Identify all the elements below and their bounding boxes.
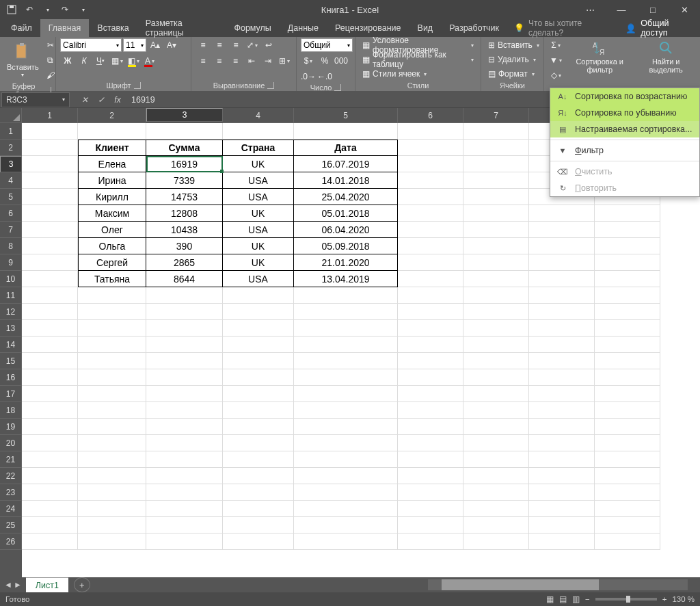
cell[interactable]: [294, 353, 398, 369]
cell[interactable]: [529, 533, 595, 550]
cell[interactable]: [146, 468, 223, 484]
cell[interactable]: [398, 337, 463, 353]
row-header[interactable]: 2: [0, 140, 22, 156]
cell[interactable]: [78, 337, 146, 353]
clear-icon[interactable]: ◇: [548, 68, 563, 82]
cell[interactable]: [22, 501, 78, 517]
cell[interactable]: [223, 435, 294, 451]
cell[interactable]: [78, 419, 146, 435]
cell[interactable]: [463, 386, 529, 402]
cell[interactable]: [529, 337, 595, 353]
cell[interactable]: [463, 517, 529, 533]
wrap-text-icon[interactable]: ↩: [261, 38, 276, 52]
cell[interactable]: [595, 386, 660, 402]
row-header[interactable]: 4: [0, 172, 22, 189]
row-header[interactable]: 10: [0, 271, 22, 287]
cell[interactable]: [595, 353, 660, 369]
cell[interactable]: [529, 353, 595, 369]
cell[interactable]: [146, 419, 223, 435]
format-cells-button[interactable]: ▤ Формат: [485, 67, 539, 81]
view-normal-icon[interactable]: ▦: [546, 594, 554, 604]
menu-filter[interactable]: ▼Фильтр: [550, 142, 699, 159]
cell[interactable]: [294, 451, 398, 468]
cell[interactable]: [463, 533, 529, 550]
cell[interactable]: [595, 451, 660, 468]
cell[interactable]: [223, 484, 294, 501]
row-header[interactable]: 15: [0, 353, 22, 369]
close-button[interactable]: ✕: [669, 0, 700, 19]
tab-data[interactable]: Данные: [280, 19, 327, 37]
cell[interactable]: [595, 222, 660, 238]
cell[interactable]: [529, 402, 595, 419]
row-header[interactable]: 17: [0, 386, 22, 402]
cell[interactable]: [22, 271, 78, 287]
menu-custom-sort[interactable]: ▤Настраиваемая сортировка...: [550, 121, 699, 137]
cell[interactable]: [595, 419, 660, 435]
cell[interactable]: [22, 123, 78, 140]
cell[interactable]: [78, 533, 146, 550]
undo-dropdown[interactable]: [40, 2, 55, 17]
align-middle-icon[interactable]: ≡: [212, 38, 227, 52]
cell[interactable]: 14753: [146, 189, 223, 205]
cell[interactable]: [463, 123, 529, 140]
cell[interactable]: [146, 501, 223, 517]
row-header[interactable]: 18: [0, 402, 22, 419]
cell[interactable]: [398, 501, 463, 517]
undo-icon[interactable]: ↶: [22, 2, 37, 17]
cell[interactable]: [223, 287, 294, 304]
cell[interactable]: [22, 533, 78, 550]
cell[interactable]: [529, 205, 595, 222]
cell[interactable]: [78, 353, 146, 369]
cell[interactable]: [78, 386, 146, 402]
cell[interactable]: [595, 501, 660, 517]
cell[interactable]: [463, 501, 529, 517]
cell[interactable]: [595, 271, 660, 287]
cell[interactable]: Сумма: [146, 140, 223, 156]
maximize-button[interactable]: □: [637, 0, 669, 19]
cell[interactable]: [294, 468, 398, 484]
cell[interactable]: [529, 435, 595, 451]
cell[interactable]: 8644: [146, 271, 223, 287]
cell[interactable]: [223, 419, 294, 435]
menu-sort-asc[interactable]: А↓Сортировка по возрастанию: [550, 88, 699, 105]
save-icon[interactable]: [4, 2, 19, 17]
cell[interactable]: [463, 435, 529, 451]
cell[interactable]: [294, 123, 398, 140]
menu-sort-desc[interactable]: Я↓Сортировка по убыванию: [550, 105, 699, 121]
sheet-nav-next-icon[interactable]: ►: [14, 580, 22, 590]
cell[interactable]: USA: [223, 189, 294, 205]
row-header[interactable]: 8: [0, 238, 22, 254]
cell[interactable]: [146, 287, 223, 304]
cell[interactable]: [529, 419, 595, 435]
cell[interactable]: [463, 222, 529, 238]
cell[interactable]: Максим: [78, 205, 146, 222]
row-header[interactable]: 16: [0, 369, 22, 386]
cell[interactable]: [463, 419, 529, 435]
cell[interactable]: [294, 304, 398, 320]
ribbon-options-icon[interactable]: ⋯: [574, 0, 606, 19]
accounting-format-icon[interactable]: $: [301, 54, 316, 68]
cell[interactable]: [595, 205, 660, 222]
cell[interactable]: [398, 533, 463, 550]
cell[interactable]: [398, 238, 463, 254]
cell[interactable]: Елена: [78, 156, 146, 172]
tab-home[interactable]: Главная: [40, 19, 90, 37]
number-format-select[interactable]: Общий▾: [301, 38, 353, 52]
col-header[interactable]: 6: [398, 108, 463, 123]
delete-cells-button[interactable]: ⊟ Удалить: [485, 53, 539, 66]
cell[interactable]: [529, 271, 595, 287]
bold-button[interactable]: Ж: [60, 54, 75, 68]
cell[interactable]: 14.01.2018: [294, 172, 398, 189]
align-left-icon[interactable]: ≡: [196, 54, 211, 68]
cell[interactable]: [398, 435, 463, 451]
cell[interactable]: [78, 451, 146, 468]
cell[interactable]: [529, 304, 595, 320]
cell[interactable]: [398, 386, 463, 402]
cell[interactable]: 10438: [146, 222, 223, 238]
cell[interactable]: [529, 501, 595, 517]
cell[interactable]: UK: [223, 238, 294, 254]
cell[interactable]: [223, 320, 294, 337]
cell[interactable]: [146, 451, 223, 468]
row-header[interactable]: 24: [0, 501, 22, 517]
cell[interactable]: [529, 369, 595, 386]
